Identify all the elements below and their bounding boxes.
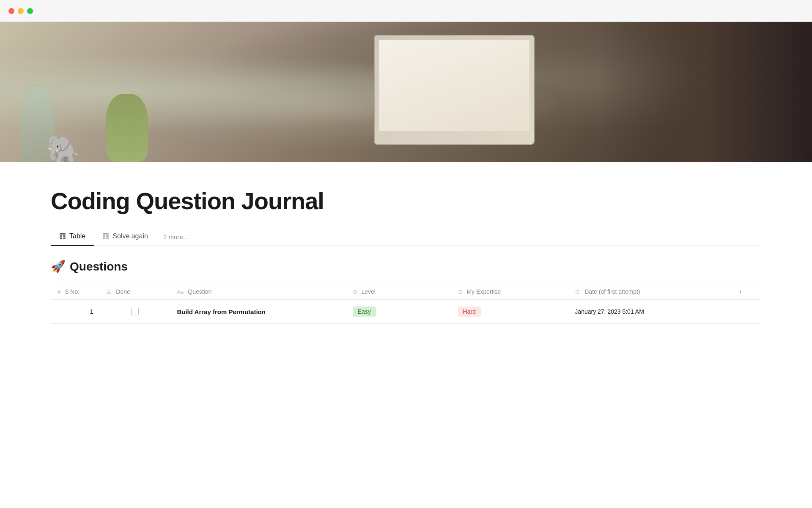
svg-rect-2 [63,235,66,237]
done-checkbox[interactable] [131,308,139,315]
svg-rect-6 [103,235,105,237]
minimize-button[interactable] [18,8,24,14]
level-badge: Easy [353,306,376,317]
main-content: 🐘 Coding Question Journal Table [0,22,812,324]
svg-rect-7 [106,235,109,237]
hero-person [601,22,812,162]
svg-rect-8 [103,237,105,239]
tab-table[interactable]: Table [51,228,94,246]
level-icon: ⊙ [353,289,357,295]
page-title: Coding Question Journal [51,187,761,215]
cell-date: January 27, 2023 5:01 AM [568,300,732,324]
tab-solve-again[interactable]: Solve again [94,228,156,246]
table-icon [59,233,66,240]
date-icon: ⏱ [575,289,580,295]
col-header-sno: # S No. [51,284,100,300]
table-header-row: # S No. ☑ Done Aa Question ⊙ [51,284,761,300]
hero-laptop [374,35,535,145]
hash-icon: # [58,289,60,295]
hero-banner: 🐘 [0,22,812,162]
page-content: Coding Question Journal Table [0,162,812,324]
cell-add-empty [732,300,761,324]
svg-rect-9 [106,237,109,239]
cell-expertise: Hard [451,300,568,324]
svg-rect-1 [60,235,62,237]
table-section: 🚀 Questions # S No. ☑ Done [51,260,761,324]
section-title-text: Questions [70,260,128,273]
section-emoji: 🚀 [51,260,66,273]
checkbox-icon: ☑ [107,289,112,295]
col-header-expertise: ⊙ My Expertise [451,284,568,300]
svg-rect-5 [103,233,109,235]
fullscreen-button[interactable] [27,8,33,14]
hero-elephant-decoration: 🐘 [47,134,80,162]
hero-plant [106,94,148,162]
solve-again-icon [102,233,109,240]
svg-rect-0 [60,233,66,235]
cell-sno: 1 [51,300,100,324]
cell-question[interactable]: Build Array from Permutation [170,300,346,324]
questions-table: # S No. ☑ Done Aa Question ⊙ [51,284,761,324]
table-row: 1 Build Array from Permutation Easy Hard… [51,300,761,324]
expertise-icon: ⊙ [458,289,463,295]
col-header-date: ⏱ Date (of first attempt) [568,284,732,300]
text-icon: Aa [177,289,184,295]
cell-done[interactable] [100,300,170,324]
tab-more-label: 2 more… [163,233,189,240]
col-header-done: ☑ Done [100,284,170,300]
svg-rect-3 [60,237,62,239]
cell-level: Easy [346,300,451,324]
section-header: 🚀 Questions [51,260,761,273]
close-button[interactable] [8,8,14,14]
tab-table-label: Table [69,232,85,240]
col-header-add[interactable]: + [732,284,761,300]
tab-more[interactable]: 2 more… [156,229,196,245]
window-chrome [0,0,812,22]
tab-solve-again-label: Solve again [112,232,148,240]
svg-rect-4 [63,237,66,239]
col-header-level: ⊙ Level [346,284,451,300]
view-tabs: Table Solve again 2 more… [51,228,761,246]
col-header-question: Aa Question [170,284,346,300]
expertise-badge: Hard [458,306,481,317]
